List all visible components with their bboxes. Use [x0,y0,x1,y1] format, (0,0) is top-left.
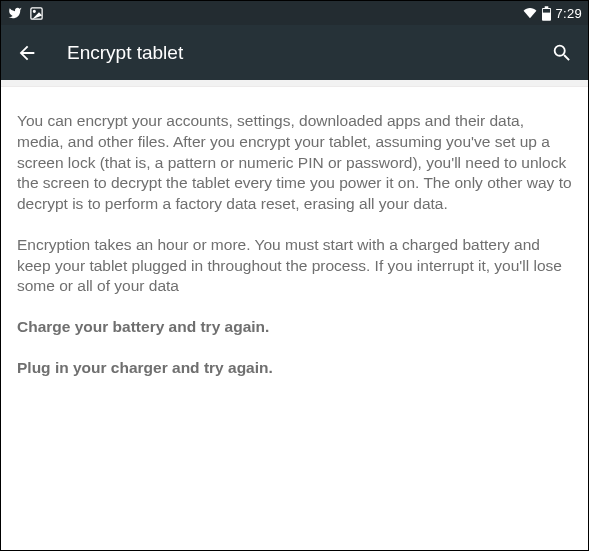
svg-rect-2 [543,9,550,13]
wifi-icon [522,6,538,20]
twitter-notification-icon [7,6,23,20]
status-clock: 7:29 [555,6,582,21]
section-divider [1,80,588,87]
battery-icon [542,6,551,21]
back-button[interactable] [15,41,39,65]
warning-battery: Charge your battery and try again. [17,317,572,338]
screen: 7:29 Encrypt tablet You can encrypt your… [0,0,589,551]
status-bar: 7:29 [1,1,588,25]
content-area: You can encrypt your accounts, settings,… [1,87,588,399]
search-button[interactable] [550,41,574,65]
svg-point-1 [33,10,35,12]
description-paragraph-2: Encryption takes an hour or more. You mu… [17,235,572,297]
page-title: Encrypt tablet [67,42,550,64]
image-notification-icon [29,6,44,21]
app-bar: Encrypt tablet [1,25,588,80]
description-paragraph-1: You can encrypt your accounts, settings,… [17,111,572,215]
warning-charger: Plug in your charger and try again. [17,358,572,379]
